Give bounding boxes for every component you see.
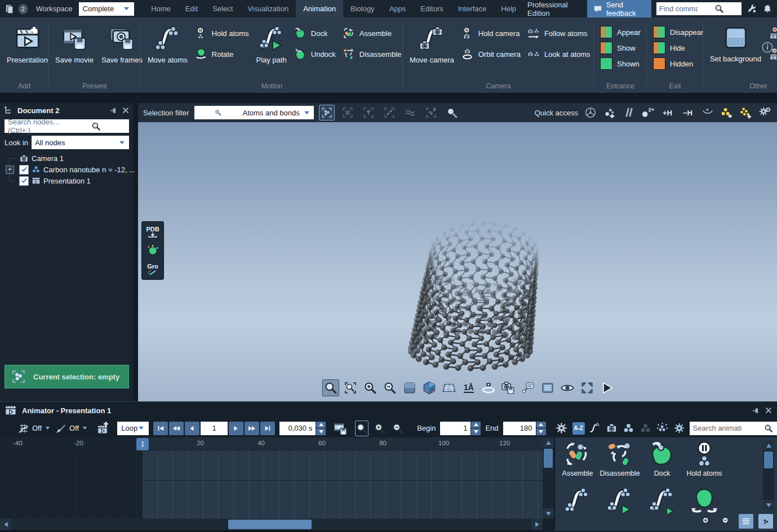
undock-button[interactable]: Undock bbox=[294, 47, 336, 61]
go-to-end-button[interactable] bbox=[260, 422, 275, 435]
zoom-region-button[interactable] bbox=[342, 379, 359, 396]
ion-charge-icon[interactable]: 2+ bbox=[641, 105, 655, 120]
timeline-vertical-scrollbar[interactable] bbox=[543, 437, 554, 518]
spin-up[interactable] bbox=[316, 422, 326, 428]
tab-biology[interactable]: Biology bbox=[343, 0, 382, 17]
library-item-dock[interactable]: Dock bbox=[641, 441, 683, 477]
filter-light-icon[interactable] bbox=[656, 422, 669, 435]
appear-button[interactable]: Appear bbox=[600, 25, 641, 39]
filter-motion-icon[interactable] bbox=[588, 422, 602, 435]
filter-camera-icon[interactable] bbox=[605, 422, 619, 435]
scale-reference-button[interactable]: 1Å bbox=[460, 379, 477, 396]
pin-icon[interactable] bbox=[752, 406, 760, 415]
filter-atoms-dim-icon[interactable] bbox=[639, 422, 652, 435]
sort-alphabetical-button[interactable]: A-Z bbox=[572, 422, 585, 435]
spin-down[interactable] bbox=[536, 428, 546, 435]
show-button[interactable]: Show bbox=[600, 41, 641, 55]
grid-plane-button[interactable] bbox=[441, 379, 458, 396]
fast-backward-button[interactable] bbox=[169, 422, 184, 435]
search-selection-button[interactable] bbox=[444, 105, 460, 120]
step-back-button[interactable] bbox=[185, 422, 199, 435]
filter-atoms-icon[interactable] bbox=[622, 422, 636, 435]
go-to-start-button[interactable] bbox=[153, 422, 168, 435]
add-keyframe-button[interactable] bbox=[96, 422, 109, 435]
expand-icon[interactable]: + bbox=[6, 166, 14, 174]
orbit-view-button[interactable] bbox=[480, 379, 497, 396]
tab-help[interactable]: Help bbox=[494, 0, 523, 17]
library-item-play-path[interactable] bbox=[599, 487, 641, 514]
library-item-rotate[interactable] bbox=[683, 487, 725, 514]
overlay-panel-button[interactable] bbox=[539, 379, 556, 396]
bell-icon[interactable] bbox=[762, 4, 772, 14]
disappear-button[interactable]: Disappear bbox=[653, 25, 703, 39]
bonds-icon[interactable] bbox=[621, 105, 636, 120]
icon-view-button[interactable] bbox=[758, 514, 773, 529]
tree-item-nanotube[interactable]: + Carbon nanotube n = -12, ... bbox=[0, 164, 134, 175]
preferences-wrench-icon[interactable] bbox=[747, 3, 757, 14]
library-item-hold-atoms[interactable]: Hold atoms bbox=[683, 441, 725, 477]
set-background-button[interactable]: Set background bbox=[706, 25, 765, 64]
import-pdb-button[interactable]: PDB bbox=[143, 223, 162, 240]
move-atoms-button[interactable]: Move atoms bbox=[144, 25, 192, 65]
add-group-icon[interactable] bbox=[720, 105, 734, 120]
spin-up[interactable] bbox=[536, 422, 546, 428]
tab-visualization[interactable]: Visualization bbox=[240, 0, 296, 17]
library-item-play-path-reverse[interactable] bbox=[641, 487, 683, 514]
end-frame-spinner[interactable]: 180 bbox=[503, 422, 546, 435]
scroll-up-arrow[interactable] bbox=[543, 437, 554, 448]
add-settings-icon[interactable] bbox=[758, 105, 772, 120]
selection-filter-select[interactable]: Atoms and bonds bbox=[194, 106, 314, 119]
library-item-move-atoms[interactable] bbox=[557, 487, 598, 514]
hide-button[interactable]: Hide bbox=[653, 41, 703, 55]
dock-button[interactable]: Dock bbox=[294, 26, 336, 40]
select-all-button[interactable] bbox=[319, 105, 335, 120]
tab-editors[interactable]: Editors bbox=[413, 0, 450, 17]
orientation-cube-button[interactable] bbox=[421, 379, 438, 396]
presentation-button[interactable]: Presentation bbox=[3, 25, 52, 65]
tree-item-presentation[interactable]: Presentation 1 bbox=[0, 175, 134, 186]
search-animations-input[interactable]: Search animations... (Ctrl+S... bbox=[690, 422, 777, 435]
snap-dropdown[interactable]: Off bbox=[18, 423, 51, 434]
timeline-horizontal-scrollbar[interactable] bbox=[0, 518, 543, 530]
current-frame-marker[interactable]: 1 bbox=[136, 438, 149, 450]
shown-button[interactable]: Shown bbox=[600, 57, 641, 70]
annotation-button[interactable] bbox=[520, 379, 536, 396]
timeline-grid[interactable] bbox=[0, 451, 543, 518]
library-scrollbar[interactable] bbox=[763, 440, 774, 510]
filter-settings-icon[interactable] bbox=[673, 422, 686, 435]
info-icon[interactable] bbox=[761, 41, 774, 53]
look-in-select[interactable]: All nodes bbox=[32, 136, 129, 149]
stop-button[interactable]: Stop bbox=[769, 26, 777, 40]
command-search-input[interactable]: Find commands, ... bbox=[656, 2, 742, 15]
zoom-in-button[interactable] bbox=[362, 379, 379, 396]
visibility-eye-button[interactable] bbox=[559, 379, 576, 396]
spin-down[interactable] bbox=[316, 428, 326, 435]
tab-edit[interactable]: Edit bbox=[178, 0, 205, 17]
look-at-atoms-button[interactable]: Look at atoms bbox=[527, 47, 590, 61]
scroll-right-arrow[interactable] bbox=[531, 518, 543, 530]
gromacs-setup-button[interactable]: Gro bbox=[143, 261, 162, 278]
visibility-checkbox[interactable] bbox=[19, 176, 29, 186]
send-feedback-button[interactable]: Send feedback bbox=[587, 0, 651, 17]
tab-interface[interactable]: Interface bbox=[451, 0, 494, 17]
hidden-button[interactable]: Hidden bbox=[653, 57, 703, 70]
orbit-camera-button[interactable]: Orbit camera bbox=[461, 47, 521, 61]
tab-select[interactable]: Select bbox=[205, 0, 240, 17]
select-up-button[interactable] bbox=[361, 105, 376, 120]
scroll-down-arrow[interactable] bbox=[763, 500, 774, 510]
documents-icon[interactable] bbox=[5, 4, 15, 14]
notification-badge[interactable]: 2 bbox=[19, 4, 28, 14]
add-to-selection-button[interactable] bbox=[423, 105, 439, 120]
play-presentation-button[interactable] bbox=[598, 379, 615, 396]
close-icon[interactable] bbox=[122, 106, 130, 114]
spin-up[interactable] bbox=[471, 422, 481, 428]
build-molecule-button[interactable] bbox=[143, 242, 162, 259]
ease-dropdown[interactable]: Off bbox=[55, 423, 88, 434]
save-frames-button[interactable]: Save frames bbox=[97, 25, 146, 65]
play-path-button[interactable]: Play path bbox=[252, 25, 291, 65]
background-gradient-button[interactable] bbox=[401, 379, 418, 396]
save-movie-button[interactable]: Save movie bbox=[51, 25, 97, 65]
minimize-icon[interactable] bbox=[700, 105, 714, 120]
hold-atoms-button[interactable]: Hold atoms bbox=[195, 26, 249, 40]
visibility-checkbox[interactable] bbox=[19, 165, 29, 175]
